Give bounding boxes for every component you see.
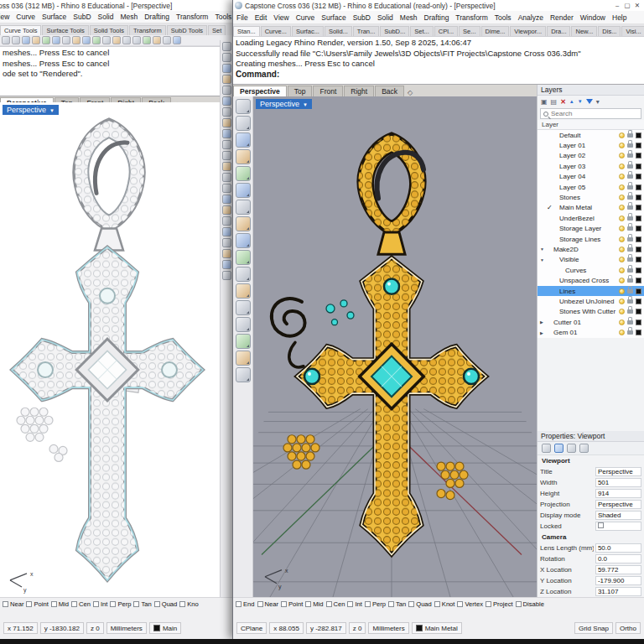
- layer-color-swatch[interactable]: [636, 164, 641, 169]
- osnap-near[interactable]: Near: [3, 600, 23, 608]
- menu-item-view[interactable]: View: [270, 13, 292, 22]
- layer-color-swatch[interactable]: [636, 143, 641, 148]
- tool-icon[interactable]: [236, 183, 251, 198]
- tool-icon[interactable]: [122, 36, 131, 44]
- osnap-mid[interactable]: Mid: [51, 600, 69, 608]
- tool-icon[interactable]: [222, 271, 231, 280]
- tool-icon[interactable]: [222, 96, 231, 106]
- osnap-cen[interactable]: Cen: [71, 600, 91, 608]
- tool-icon[interactable]: [153, 36, 161, 44]
- tool-icon[interactable]: [222, 195, 231, 204]
- layer-row[interactable]: Unspaced Cross: [538, 275, 644, 285]
- visibility-bulb-icon[interactable]: [619, 288, 625, 294]
- osnap-project[interactable]: Project: [486, 600, 513, 608]
- tool-icon[interactable]: [143, 36, 151, 44]
- layer-row[interactable]: Lines: [538, 286, 644, 296]
- lock-icon[interactable]: [627, 216, 633, 221]
- visibility-bulb-icon[interactable]: [619, 164, 625, 169]
- osnap-near[interactable]: Near: [257, 600, 278, 608]
- tool-icon[interactable]: [236, 200, 251, 215]
- properties-material-icon[interactable]: [579, 444, 589, 453]
- osnap-knot[interactable]: Knot: [434, 600, 455, 608]
- menu-item-subd[interactable]: SubD: [350, 13, 374, 22]
- expander-icon[interactable]: [540, 319, 547, 325]
- layer-color-swatch[interactable]: [636, 257, 641, 262]
- menu-item-transform[interactable]: Transform: [173, 13, 211, 21]
- layer-row[interactable]: Layer 03: [538, 161, 644, 171]
- status-layer[interactable]: Main Metal: [412, 622, 462, 634]
- tool-icon[interactable]: [222, 227, 231, 236]
- tool-icon[interactable]: [12, 36, 20, 44]
- layer-color-swatch[interactable]: [636, 205, 641, 210]
- tool-icon[interactable]: [236, 317, 251, 332]
- osnap-point[interactable]: Point: [26, 600, 48, 608]
- checkbox[interactable]: [598, 522, 604, 528]
- tool-icon[interactable]: [236, 367, 251, 382]
- visibility-bulb-icon[interactable]: [619, 132, 625, 138]
- lock-icon[interactable]: [627, 309, 633, 314]
- tool-icon[interactable]: [222, 129, 231, 138]
- checkbox[interactable]: [408, 601, 414, 607]
- tool-icon[interactable]: [236, 283, 251, 299]
- layer-color-swatch[interactable]: [636, 288, 641, 294]
- tool-icon[interactable]: [222, 42, 231, 51]
- toolbar-tab-transform[interactable]: Transform: [129, 25, 166, 35]
- tool-icon[interactable]: [173, 36, 181, 44]
- lock-icon[interactable]: [627, 289, 633, 293]
- property-value[interactable]: 31.107: [595, 587, 641, 596]
- checkbox[interactable]: [71, 601, 77, 607]
- lock-icon[interactable]: [627, 133, 633, 138]
- layer-row[interactable]: Make2D: [538, 244, 644, 254]
- viewport-tab-front[interactable]: Front: [313, 86, 343, 96]
- menu-item-curve[interactable]: Curve: [293, 13, 319, 22]
- menu-item-mesh[interactable]: Mesh: [117, 13, 141, 21]
- toolbar-tab-se-[interactable]: Se...: [459, 26, 480, 36]
- osnap-disable[interactable]: Disable: [516, 600, 544, 608]
- osnap-int[interactable]: Int: [347, 600, 361, 608]
- checkbox[interactable]: [347, 601, 353, 607]
- expander-icon[interactable]: [540, 247, 547, 252]
- layer-color-swatch[interactable]: [636, 216, 641, 221]
- osnap-perp[interactable]: Perp: [365, 600, 386, 608]
- layer-tools-icon[interactable]: ▾: [596, 98, 600, 106]
- lock-icon[interactable]: [627, 153, 633, 158]
- tool-icon[interactable]: [236, 149, 251, 164]
- layer-row[interactable]: Layer 01: [538, 140, 644, 150]
- tool-icon[interactable]: [72, 36, 80, 44]
- tool-icon[interactable]: [236, 116, 251, 131]
- lock-icon[interactable]: [627, 268, 633, 273]
- tool-icon[interactable]: [236, 250, 251, 265]
- tool-icon[interactable]: [222, 162, 231, 171]
- layer-color-swatch[interactable]: [636, 309, 641, 314]
- property-value[interactable]: -179.900: [595, 576, 641, 585]
- osnap-point[interactable]: Point: [281, 600, 303, 608]
- left-viewport-canvas[interactable]: Perspective: [0, 102, 220, 597]
- status-cplane[interactable]: CPlane: [236, 622, 267, 634]
- layer-row[interactable]: Cutter 01: [538, 317, 644, 327]
- lock-icon[interactable]: [627, 195, 633, 200]
- lock-icon[interactable]: [627, 143, 633, 148]
- status-z[interactable]: z 0: [349, 622, 366, 634]
- menu-item-render[interactable]: Render: [547, 13, 577, 22]
- lock-icon[interactable]: [627, 320, 633, 325]
- expander-icon[interactable]: [540, 330, 547, 335]
- lock-icon[interactable]: [627, 205, 633, 210]
- layer-row[interactable]: Default: [538, 130, 644, 140]
- menu-item-drafting[interactable]: Drafting: [421, 13, 453, 22]
- right-command-history[interactable]: Loading Legacy Rhino Render, version 1.5…: [233, 36, 644, 85]
- layer-color-swatch[interactable]: [636, 153, 641, 158]
- checkbox[interactable]: [281, 601, 287, 607]
- visibility-bulb-icon[interactable]: [619, 174, 625, 179]
- menu-item-help[interactable]: Help: [609, 13, 630, 22]
- visibility-bulb-icon[interactable]: [619, 267, 625, 273]
- property-value[interactable]: 59.772: [595, 565, 641, 574]
- command-prompt[interactable]: Command:: [236, 70, 641, 80]
- property-value[interactable]: [595, 522, 641, 531]
- lock-icon[interactable]: [627, 174, 633, 179]
- checkbox[interactable]: [257, 601, 263, 607]
- layer-color-swatch[interactable]: [636, 174, 641, 179]
- new-layer-icon[interactable]: ▣: [541, 98, 548, 106]
- property-value[interactable]: 50.0: [595, 543, 641, 553]
- toolbar-tab-solid-[interactable]: Solid...: [325, 26, 352, 36]
- tool-icon[interactable]: [222, 216, 231, 226]
